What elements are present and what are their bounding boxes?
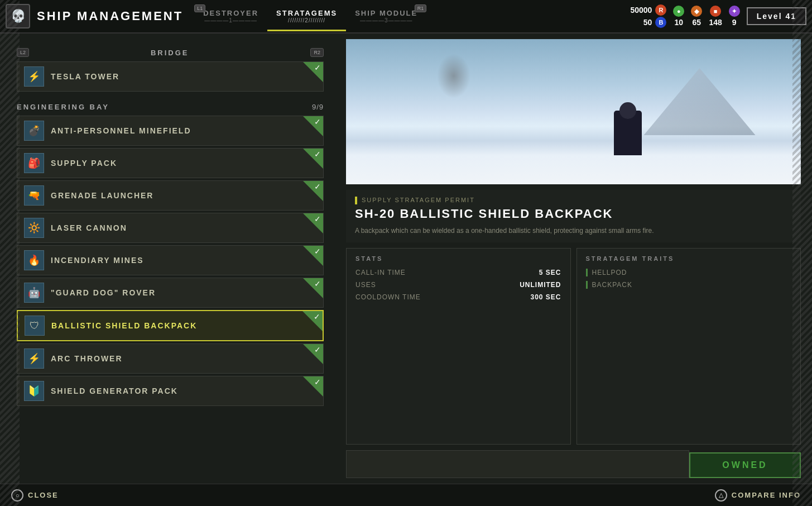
tesla-tower-name: TESLA TOWER: [51, 72, 119, 81]
trait-backpack-label: BACKPACK: [592, 281, 632, 289]
compare-triangle-icon: △: [715, 489, 727, 502]
check-mark: [303, 278, 323, 298]
stat-cooldown-value: 300 SEC: [530, 293, 561, 301]
guard-dog-icon: 🤖: [24, 283, 44, 303]
check-mark: [303, 149, 323, 169]
check-mark: [303, 246, 323, 266]
trait-indicator-hellpod: [586, 269, 588, 276]
currency-c1-value: 10: [675, 18, 684, 27]
supply-pack-icon: 🎒: [24, 153, 44, 173]
check-mark: [303, 213, 323, 233]
check-mark: [303, 344, 323, 364]
engineering-header: ENGINEERING BAY 9/9: [17, 98, 324, 116]
stat-row-uses: USES UNLIMITED: [355, 281, 561, 289]
stratagem-item-shield-generator[interactable]: 🔰 SHIELD GENERATOR PACK: [17, 376, 324, 406]
arc-thrower-icon: ⚡: [24, 349, 44, 369]
currency-purple-icon: ✦: [729, 6, 740, 17]
stat-uses-label: USES: [355, 281, 376, 289]
item-image: [346, 39, 801, 184]
stats-row: STATS CALL-IN TIME 5 SEC USES UNLIMITED …: [346, 248, 801, 445]
trait-row-backpack: BACKPACK: [586, 281, 792, 289]
trait-row-hellpod: HELLPOD: [586, 269, 792, 276]
item-permit: SUPPLY STRATAGEM PERMIT: [355, 197, 792, 204]
arc-thrower-name: ARC THROWER: [51, 354, 123, 363]
scene-mountain: [644, 68, 756, 135]
engineering-title: ENGINEERING BAY: [17, 103, 109, 111]
item-title: SH-20 BALLISTIC SHIELD BACKPACK: [355, 207, 792, 221]
compare-action[interactable]: △ COMPARE INFO: [715, 489, 801, 502]
ballistic-shield-name: BALLISTIC SHIELD BACKPACK: [51, 321, 197, 330]
check-mark: [303, 376, 323, 397]
tab-destroyer-num: ————1————: [204, 17, 257, 23]
traits-header: STRATAGEM TRAITS: [586, 255, 792, 262]
stats-header: STATS: [355, 255, 561, 262]
owned-button[interactable]: OWNED: [689, 452, 801, 478]
r1-badge: R1: [415, 4, 427, 12]
currency-c2: ◆ 65: [691, 6, 702, 27]
tab-ship-module-label: SHIP MODULE: [355, 9, 417, 17]
left-panel: L2 BRIDGE R2 ⚡ TESLA TOWER ENGINEERING B…: [0, 34, 340, 484]
item-info: SUPPLY STRATAGEM PERMIT SH-20 BALLISTIC …: [346, 190, 801, 242]
stratagem-item-laser-cannon[interactable]: 🔆 LASER CANNON: [17, 213, 324, 243]
scene-smoke: [437, 54, 470, 98]
stratagem-item-grenade-launcher[interactable]: 🔫 GRENADE LAUNCHER: [17, 180, 324, 211]
stat-row-cooldown: COOLDOWN TIME 300 SEC: [355, 293, 561, 301]
stratagem-item-ballistic-shield[interactable]: 🛡 BALLISTIC SHIELD BACKPACK: [17, 310, 324, 341]
shield-generator-name: SHIELD GENERATOR PACK: [51, 386, 178, 395]
currency-c3-value: 148: [709, 18, 722, 27]
item-desc: A backpack which can be wielded as a one…: [355, 226, 792, 236]
stat-cooldown-label: COOLDOWN TIME: [355, 293, 421, 301]
stratagem-item-supply-pack[interactable]: 🎒 SUPPLY PACK: [17, 148, 324, 178]
check-mark-selected: [302, 311, 323, 331]
currency-c4: ✦ 9: [729, 6, 740, 27]
check-mark: [303, 116, 323, 136]
check-mark: [303, 62, 323, 82]
currency-row-bottom: 50 B: [643, 17, 667, 28]
grenade-launcher-name: GRENADE LAUNCHER: [51, 191, 153, 200]
trait-hellpod-label: HELLPOD: [592, 269, 627, 276]
tab-ship-module[interactable]: R1 SHIP MODULE ————3————: [346, 9, 426, 23]
tab-stratagems[interactable]: STRATAGEMS ////////2////////: [267, 9, 346, 23]
empty-action-area: [346, 450, 689, 478]
tab-destroyer-label: DESTROYER: [203, 9, 258, 17]
check-mark: [303, 181, 323, 201]
ballistic-shield-icon: 🛡: [25, 316, 45, 336]
currency-c1: ● 10: [673, 6, 684, 27]
bridge-header: L2 BRIDGE R2: [17, 44, 324, 61]
stratagem-item-tesla-tower[interactable]: ⚡ TESLA TOWER: [17, 61, 324, 92]
stat-callin-label: CALL-IN TIME: [355, 269, 406, 276]
main-layout: L2 BRIDGE R2 ⚡ TESLA TOWER ENGINEERING B…: [0, 34, 812, 484]
grenade-launcher-icon: 🔫: [24, 185, 44, 206]
r2-badge: R2: [310, 48, 324, 57]
scene-figure: [614, 111, 642, 155]
close-label: CLOSE: [28, 491, 59, 499]
currency-b-icon: B: [655, 17, 666, 28]
stratagem-item-incendiary-mines[interactable]: 🔥 INCENDIARY MINES: [17, 245, 324, 275]
stratagem-item-anti-personnel[interactable]: 💣 ANTI-PERSONNEL MINEFIELD: [17, 116, 324, 146]
stat-uses-value: UNLIMITED: [520, 281, 561, 289]
traits-box: STRATAGEM TRAITS HELLPOD BACKPACK: [576, 248, 801, 445]
close-action[interactable]: ○ CLOSE: [11, 489, 59, 502]
stat-row-callin: CALL-IN TIME 5 SEC: [355, 269, 561, 276]
anti-personnel-icon: 💣: [24, 121, 44, 141]
currency-c4-value: 9: [732, 18, 737, 27]
incendiary-mines-name: INCENDIARY MINES: [51, 256, 144, 265]
tab-stratagems-num: ////////2////////: [288, 17, 325, 23]
right-panel: SUPPLY STRATAGEM PERMIT SH-20 BALLISTIC …: [340, 34, 812, 484]
engineering-count: 9/9: [312, 103, 324, 111]
currency-r-icon: R: [655, 4, 666, 16]
stratagem-item-guard-dog[interactable]: 🤖 "GUARD DOG" ROVER: [17, 278, 324, 308]
stratagem-item-arc-thrower[interactable]: ⚡ ARC THROWER: [17, 343, 324, 374]
scene-bg: [346, 39, 801, 184]
guard-dog-name: "GUARD DOG" ROVER: [51, 288, 156, 297]
top-bar: 💀 SHIP MANAGEMENT L1 DESTROYER ————1————…: [0, 0, 812, 34]
currency-c3: ■ 148: [709, 6, 722, 27]
supply-pack-name: SUPPLY PACK: [51, 159, 117, 168]
anti-personnel-name: ANTI-PERSONNEL MINEFIELD: [51, 126, 191, 135]
l2-badge: L2: [17, 48, 29, 57]
tab-stratagems-label: STRATAGEMS: [276, 9, 337, 17]
compare-label: COMPARE INFO: [732, 491, 801, 499]
currency-group: 50000 R 50 B: [630, 4, 666, 28]
tab-destroyer[interactable]: L1 DESTROYER ————1————: [194, 9, 267, 23]
currency-row-top: 50000 R: [630, 4, 666, 16]
